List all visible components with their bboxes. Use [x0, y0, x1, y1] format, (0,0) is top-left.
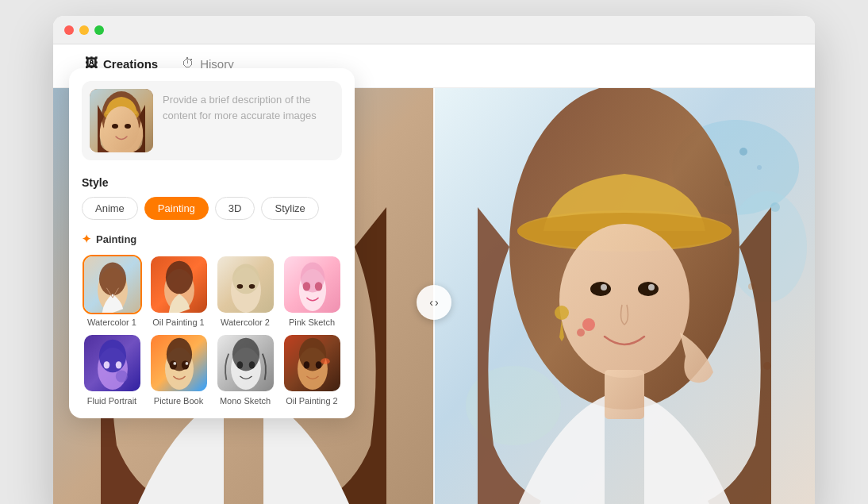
svg-point-62: [115, 361, 121, 368]
svg-point-60: [98, 340, 125, 373]
svg-point-34: [555, 306, 569, 320]
style-btn-stylize[interactable]: Stylize: [261, 197, 318, 220]
arrow-right-icon: ›: [435, 296, 439, 309]
svg-point-80: [315, 361, 321, 368]
style-name-monosketch: Mono Sketch: [220, 396, 271, 406]
svg-point-30: [648, 284, 655, 290]
svg-point-41: [125, 124, 131, 129]
style-thumb-watercolor1: [83, 255, 142, 314]
style-item-monosketch[interactable]: Mono Sketch: [215, 333, 275, 406]
svg-point-68: [181, 360, 188, 369]
svg-point-31: [582, 318, 595, 331]
svg-point-79: [303, 361, 309, 368]
svg-point-52: [248, 284, 255, 289]
svg-point-57: [314, 282, 321, 290]
style-thumb-pinksketch: [282, 255, 342, 314]
window-content: 🖼 Creations ⏱ Hisory: [53, 44, 815, 504]
titlebar: [53, 16, 815, 44]
style-thumb-oilpainting2: [282, 333, 342, 393]
svg-point-27: [590, 282, 611, 296]
style-btn-painting[interactable]: Painting: [144, 197, 209, 220]
style-thumb-picturebook: [149, 333, 209, 393]
svg-point-18: [757, 165, 762, 170]
svg-point-67: [169, 360, 176, 369]
svg-point-61: [103, 361, 109, 368]
svg-point-69: [173, 362, 176, 365]
input-area: Provide a brief description of the conte…: [82, 81, 342, 160]
style-btn-3d[interactable]: 3D: [215, 197, 255, 220]
svg-point-32: [577, 329, 585, 337]
style-name-watercolor2: Watercolor 2: [221, 317, 270, 327]
svg-point-39: [104, 106, 139, 151]
style-name-watercolor1: Watercolor 1: [87, 317, 136, 327]
svg-point-47: [165, 261, 192, 294]
svg-point-56: [302, 282, 309, 290]
painting-header: ✦ Painting: [82, 233, 342, 245]
svg-point-51: [236, 284, 243, 289]
svg-point-20: [770, 202, 780, 212]
svg-point-40: [112, 124, 118, 129]
svg-point-44: [98, 263, 125, 296]
style-thumb-oilpainting1: [149, 255, 209, 314]
arrow-left-icon: ‹: [429, 296, 433, 309]
svg-point-73: [232, 338, 259, 371]
style-thumb-monosketch: [216, 333, 275, 393]
style-name-oilpainting2: Oil Painting 2: [286, 396, 337, 406]
style-name-picturebook: Picture Book: [154, 396, 203, 406]
app-window: 🖼 Creations ⏱ Hisory: [53, 16, 815, 504]
style-name-pinksketch: Pink Sketch: [289, 317, 335, 327]
style-item-oilpainting1[interactable]: Oil Painting 1: [148, 255, 209, 327]
painting-subsection: ✦ Painting: [82, 233, 342, 406]
svg-point-78: [298, 338, 325, 371]
style-item-watercolor1[interactable]: Watercolor 1: [82, 255, 142, 327]
left-panel: Provide a brief description of the conte…: [69, 68, 355, 418]
image-painted: [434, 88, 815, 504]
close-button[interactable]: [64, 25, 74, 35]
style-item-watercolor2[interactable]: Watercolor 2: [215, 255, 275, 327]
style-thumb-fluidportrait: [83, 333, 142, 393]
style-name-oilpainting1: Oil Painting 1: [152, 317, 204, 327]
style-section: Style Anime Painting 3D Stylize: [82, 176, 342, 220]
style-item-pinksketch[interactable]: Pink Sketch: [282, 255, 342, 327]
svg-point-28: [638, 282, 659, 296]
styles-grid: Watercolor 1: [82, 255, 342, 406]
svg-point-70: [185, 362, 188, 365]
style-buttons-group: Anime Painting 3D Stylize: [82, 197, 342, 220]
nav-arrows[interactable]: ‹ ›: [417, 285, 451, 320]
style-btn-anime[interactable]: Anime: [82, 197, 138, 220]
svg-point-29: [601, 284, 607, 290]
style-thumb-watercolor2: [216, 255, 275, 314]
style-item-oilpainting2[interactable]: Oil Painting 2: [282, 333, 342, 406]
svg-point-50: [232, 264, 259, 294]
description-input[interactable]: Provide a brief description of the conte…: [163, 89, 334, 152]
style-item-fluidportrait[interactable]: Fluid Portrait: [82, 333, 142, 406]
painting-section-label: Painting: [96, 233, 136, 245]
svg-point-75: [248, 361, 255, 368]
svg-point-81: [321, 358, 329, 364]
spark-icon: ✦: [82, 233, 91, 245]
svg-rect-33: [605, 370, 644, 419]
svg-point-74: [236, 361, 243, 368]
svg-point-63: [115, 370, 127, 382]
style-item-picturebook[interactable]: Picture Book: [148, 333, 209, 406]
svg-point-17: [739, 148, 747, 156]
input-thumbnail: [90, 89, 153, 152]
style-section-label: Style: [82, 176, 342, 189]
minimize-button[interactable]: [79, 25, 89, 35]
style-name-fluidportrait: Fluid Portrait: [87, 396, 136, 406]
thumbnail-image: [90, 89, 153, 152]
maximize-button[interactable]: [94, 25, 104, 35]
svg-point-26: [559, 224, 689, 378]
